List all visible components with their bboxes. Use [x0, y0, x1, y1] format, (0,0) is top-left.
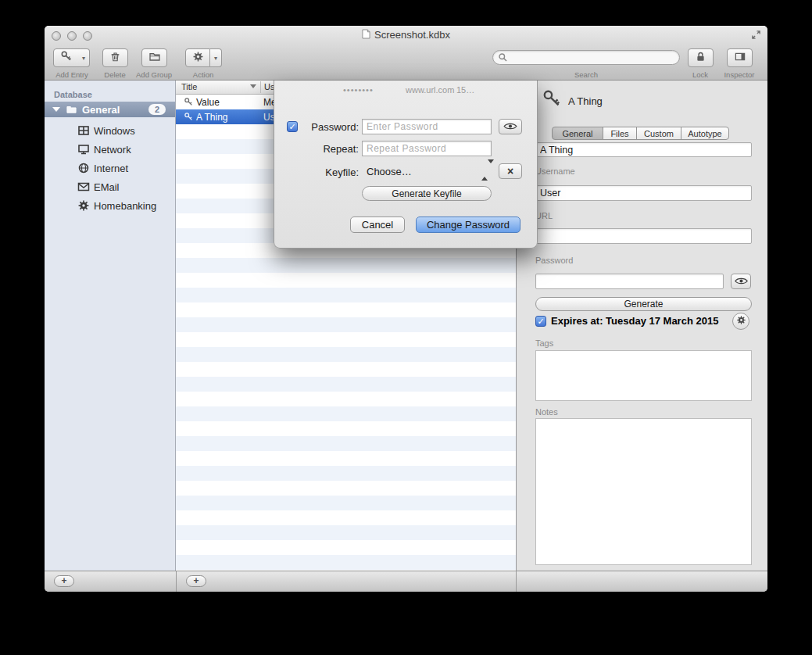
- sidebar-item-internet[interactable]: Internet: [45, 159, 175, 177]
- notes-textarea[interactable]: [535, 418, 752, 565]
- add-group-plus-button[interactable]: +: [54, 575, 74, 587]
- add-entry-dropdown-button[interactable]: ▾: [78, 48, 90, 67]
- fullscreen-icon[interactable]: [751, 29, 761, 43]
- sidebar-item-windows[interactable]: Windows: [45, 121, 175, 140]
- delete-label: Delete: [104, 70, 125, 79]
- trash-icon: [109, 51, 121, 66]
- gear-icon: [736, 314, 746, 328]
- expires-checkbox[interactable]: ✓: [535, 316, 546, 327]
- generate-password-button[interactable]: Generate: [535, 297, 752, 311]
- sidebar-item-label: Homebanking: [94, 200, 156, 212]
- folder-icon: [66, 104, 77, 115]
- close-x-icon: ×: [507, 165, 513, 177]
- column-header-title[interactable]: Title: [181, 82, 197, 91]
- inspector-panel-icon: [734, 51, 746, 66]
- key-icon: [60, 50, 73, 66]
- username-label: Username: [535, 166, 575, 176]
- eye-icon: [503, 120, 517, 134]
- change-password-sheet: •••••••• www.url.com 15… ✓ Password: Rep…: [274, 81, 538, 249]
- tab-custom[interactable]: Custom: [636, 127, 681, 140]
- search-input[interactable]: [508, 50, 679, 65]
- password-label: Password: [535, 256, 573, 265]
- sort-indicator-icon: [250, 84, 256, 88]
- tags-label: Tags: [535, 338, 553, 348]
- add-group-button[interactable]: [141, 48, 167, 67]
- sidebar-item-network[interactable]: Network: [45, 140, 175, 159]
- clear-keyfile-button[interactable]: ×: [499, 163, 522, 179]
- tags-textarea[interactable]: [535, 350, 752, 401]
- sidebar-item-homebanking[interactable]: Homebanking: [45, 196, 175, 215]
- url-label: URL: [535, 211, 553, 220]
- sidebar-group-label: General: [82, 104, 120, 116]
- column-divider[interactable]: [260, 81, 261, 93]
- new-password-input[interactable]: [362, 119, 492, 134]
- inspector-panel: A Thing General Files Custom Autotype Us…: [516, 81, 767, 571]
- search-label: Search: [574, 70, 598, 79]
- notes-label: Notes: [535, 407, 558, 417]
- entry-key-icon: [542, 88, 562, 112]
- eye-icon: [735, 274, 748, 288]
- window-chrome: Screenshot.kdbx ▾ Add Entry Delete Add G…: [45, 26, 767, 81]
- tab-general[interactable]: General: [552, 127, 603, 140]
- keyfile-popup-value[interactable]: Choose…: [367, 166, 412, 177]
- lock-button[interactable]: [688, 48, 714, 67]
- inspector-button[interactable]: [727, 48, 753, 67]
- search-field[interactable]: [492, 50, 680, 65]
- key-icon: [184, 97, 194, 107]
- password-field[interactable]: [535, 274, 724, 289]
- tab-autotype[interactable]: Autotype: [681, 127, 729, 140]
- add-group-label: Add Group: [136, 70, 172, 79]
- inspector-entry-title: A Thing: [568, 95, 603, 107]
- show-password-button[interactable]: [499, 119, 522, 134]
- add-entry-plus-button[interactable]: +: [186, 575, 206, 587]
- title-bar: Screenshot.kdbx: [45, 29, 767, 41]
- sidebar-item-label: EMail: [94, 181, 120, 193]
- add-entry-label: Add Entry: [55, 70, 88, 79]
- action-button[interactable]: [185, 48, 210, 67]
- lock-icon: [695, 51, 706, 66]
- delete-button[interactable]: [102, 48, 128, 67]
- keyfile-popup-stepper-icon[interactable]: [481, 163, 494, 177]
- add-entry-button[interactable]: [53, 48, 79, 67]
- change-password-button[interactable]: Change Password: [416, 217, 520, 233]
- expires-label: Expires at: Tuesday 17 March 2015: [551, 315, 718, 327]
- group-count-badge: 2: [148, 104, 166, 115]
- homebanking-icon: [77, 199, 90, 212]
- tab-files[interactable]: Files: [603, 127, 637, 140]
- folder-icon: [148, 51, 161, 66]
- sheet-keyfile-label: Keyfile:: [296, 166, 359, 178]
- network-icon: [77, 143, 90, 156]
- cancel-button[interactable]: Cancel: [350, 217, 405, 233]
- sidebar: Database General 2 Windows Network: [45, 81, 176, 571]
- internet-icon: [77, 162, 90, 174]
- windows-icon: [77, 124, 90, 137]
- obscured-entry-password: ••••••••: [343, 85, 374, 95]
- email-icon: [77, 181, 90, 193]
- title-field[interactable]: [535, 142, 752, 157]
- app-window: Screenshot.kdbx ▾ Add Entry Delete Add G…: [45, 26, 767, 592]
- obscured-entry-modified: 15…: [456, 85, 474, 95]
- action-dropdown-button[interactable]: ▾: [210, 48, 222, 67]
- sheet-repeat-label: Repeat:: [296, 143, 359, 155]
- bottom-bar: + +: [45, 571, 767, 592]
- bottom-bar-divider: [516, 571, 517, 592]
- url-field[interactable]: [535, 228, 752, 244]
- inspector-tabs: General Files Custom Autotype: [552, 127, 729, 140]
- disclosure-triangle-icon[interactable]: [52, 107, 60, 112]
- sidebar-item-general[interactable]: General 2: [45, 102, 175, 117]
- generate-keyfile-button[interactable]: Generate Keyfile: [362, 186, 492, 201]
- gear-icon: [192, 51, 204, 66]
- search-icon: [498, 52, 508, 63]
- obscured-entry-url: www.url.com: [406, 85, 454, 95]
- username-field[interactable]: [535, 185, 752, 201]
- entry-title: Value: [196, 97, 220, 108]
- reveal-password-button[interactable]: [731, 274, 751, 289]
- sidebar-item-label: Windows: [94, 125, 135, 137]
- repeat-password-input[interactable]: [362, 141, 492, 156]
- expires-settings-button[interactable]: [732, 313, 749, 330]
- window-title: Screenshot.kdbx: [374, 29, 450, 41]
- action-label: Action: [193, 70, 213, 79]
- sidebar-item-email[interactable]: EMail: [45, 177, 175, 196]
- sidebar-item-label: Internet: [94, 163, 128, 174]
- sidebar-item-label: Network: [94, 144, 131, 156]
